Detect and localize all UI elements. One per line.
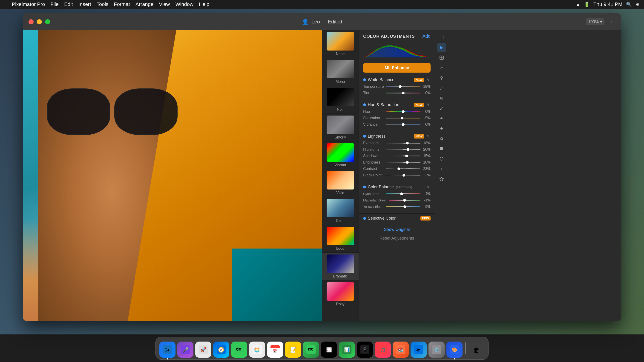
menu-arrange[interactable]: Arrange bbox=[136, 1, 154, 7]
dock-item-iphone[interactable]: 📱 bbox=[357, 342, 373, 358]
dock-item-stocks[interactable]: 📈 bbox=[321, 342, 337, 358]
sparkle-tool-button[interactable] bbox=[437, 124, 446, 133]
saturation-slider[interactable] bbox=[386, 118, 420, 119]
ml-enhance-button[interactable]: ML Enhance bbox=[363, 63, 430, 73]
preset-item-vibrant[interactable]: Vibrant bbox=[322, 142, 358, 169]
reset-adjustments-button[interactable]: Reset Adjustments bbox=[359, 234, 435, 243]
wand-tool-button[interactable] bbox=[437, 63, 446, 72]
dock-item-trash[interactable]: 🗑 bbox=[468, 342, 484, 358]
brush-tool-button[interactable] bbox=[437, 84, 446, 92]
preset-item-loud[interactable]: Loud bbox=[322, 225, 358, 253]
arrow-tool-button[interactable] bbox=[437, 43, 446, 52]
star-tool-button[interactable] bbox=[437, 175, 446, 183]
preset-item-dramatic[interactable]: Dramatic bbox=[322, 253, 358, 280]
preset-item-vivid[interactable]: Vivid bbox=[322, 169, 358, 197]
fill-tool-button[interactable] bbox=[437, 154, 446, 163]
contrast-slider[interactable] bbox=[386, 168, 420, 169]
dock-item-pixelmator[interactable]: 🎨 bbox=[446, 342, 462, 358]
dock-item-calendar[interactable]: 📅 bbox=[267, 342, 283, 358]
eyedrop-tool-button[interactable] bbox=[437, 104, 446, 113]
dock-item-books[interactable]: 📚 bbox=[392, 342, 409, 358]
dock-item-numbers[interactable]: 📊 bbox=[339, 342, 355, 358]
temperature-slider[interactable] bbox=[386, 86, 420, 87]
menu-help[interactable]: Help bbox=[199, 1, 209, 7]
window-minimize-button[interactable] bbox=[37, 19, 42, 24]
stamp-tool-button[interactable] bbox=[437, 94, 446, 102]
preset-item-smoky[interactable]: Smoky bbox=[322, 114, 358, 142]
highlights-slider[interactable] bbox=[386, 149, 420, 150]
dock-item-maps2[interactable]: 🗺 bbox=[303, 342, 319, 358]
lightness-edit-icon[interactable]: ✎ bbox=[426, 134, 430, 139]
white-balance-header[interactable]: White Balance NEW ✎ bbox=[363, 77, 430, 82]
color-balance-edit-icon[interactable]: ✎ bbox=[426, 184, 430, 189]
hue-saturation-header[interactable]: Hue & Saturation NEW ✎ bbox=[363, 102, 430, 107]
cyan-red-thumb bbox=[400, 192, 403, 195]
show-original-button[interactable]: Show Original bbox=[359, 225, 435, 234]
preset-item-calm[interactable]: Calm bbox=[322, 197, 358, 225]
menu-window[interactable]: Window bbox=[176, 1, 194, 7]
right-lens bbox=[114, 88, 178, 135]
menu-file[interactable]: File bbox=[50, 1, 59, 7]
menu-tools[interactable]: Tools bbox=[96, 1, 108, 7]
dock-container: 🗂 🎤 🚀 🧭 🗺 🌅 📅 📝 🗺 📈 📊 bbox=[0, 335, 644, 362]
text-tool-button[interactable]: T bbox=[437, 165, 446, 173]
shadows-slider[interactable] bbox=[386, 156, 420, 157]
brightness-slider[interactable] bbox=[386, 162, 420, 163]
zoom-control[interactable]: 100% ▾ bbox=[586, 18, 604, 25]
white-balance-edit-icon[interactable]: ✎ bbox=[426, 77, 430, 82]
menu-app[interactable]: Pixelmator Pro bbox=[12, 1, 45, 7]
window-maximize-button[interactable] bbox=[45, 19, 50, 24]
brightness-value: 18% bbox=[422, 160, 430, 165]
crop-tool-button[interactable] bbox=[437, 33, 446, 42]
adjustments-scroll-area[interactable]: White Balance NEW ✎ Temperature bbox=[359, 75, 435, 321]
dock-item-appstore[interactable]: 🛍 bbox=[410, 342, 427, 358]
transform-tool-button[interactable] bbox=[437, 53, 446, 62]
apple-logo-icon[interactable]:  bbox=[4, 2, 6, 7]
preset-item-none[interactable]: None bbox=[322, 30, 358, 58]
add-layer-button[interactable]: ＋ bbox=[608, 18, 616, 25]
dock-item-notes[interactable]: 📝 bbox=[285, 342, 301, 358]
gear-tool-button[interactable] bbox=[437, 134, 446, 143]
pin-tool-button[interactable] bbox=[437, 73, 446, 82]
menu-insert[interactable]: Insert bbox=[78, 1, 91, 7]
vibrance-slider[interactable] bbox=[386, 124, 420, 125]
eye-tool-button[interactable] bbox=[437, 114, 446, 123]
svg-marker-24 bbox=[440, 177, 444, 181]
dock-item-maps[interactable]: 🗺 bbox=[231, 342, 247, 358]
magenta-green-slider[interactable] bbox=[389, 200, 420, 201]
canvas-area[interactable] bbox=[23, 30, 322, 321]
vibrance-value: 0% bbox=[422, 122, 430, 127]
hue-slider[interactable] bbox=[386, 111, 420, 112]
dock-item-settings[interactable]: ⚙️ bbox=[428, 342, 444, 358]
menu-view[interactable]: View bbox=[159, 1, 170, 7]
control-center-icon[interactable]: ⊞ bbox=[636, 1, 640, 7]
dock-item-siri[interactable]: 🎤 bbox=[177, 342, 194, 358]
exposure-slider[interactable] bbox=[386, 143, 420, 144]
dock-item-finder[interactable]: 🗂 bbox=[160, 342, 176, 358]
selective-color-header[interactable]: Selective Color NEW bbox=[363, 216, 430, 221]
menu-format[interactable]: Format bbox=[114, 1, 130, 7]
yellow-blue-slider[interactable] bbox=[386, 206, 420, 207]
layers-tool-button[interactable] bbox=[437, 144, 446, 153]
black-point-slider[interactable] bbox=[386, 175, 420, 176]
hue-saturation-edit-icon[interactable]: ✎ bbox=[426, 102, 430, 107]
menu-edit[interactable]: Edit bbox=[64, 1, 73, 7]
add-adjustment-button[interactable]: Add bbox=[422, 33, 430, 39]
hue-saturation-section: Hue & Saturation NEW ✎ Hue 0% bbox=[359, 100, 435, 131]
preset-label-noir: Noir bbox=[337, 108, 344, 112]
dock-item-music[interactable]: 🎵 bbox=[375, 342, 391, 358]
cyan-red-slider[interactable] bbox=[386, 193, 420, 194]
tint-slider[interactable] bbox=[386, 93, 420, 93]
dock-item-photos[interactable]: 🌅 bbox=[249, 342, 265, 358]
preset-item-noir[interactable]: Noir bbox=[322, 86, 358, 114]
preset-item-rosy[interactable]: Rosy bbox=[322, 280, 358, 308]
lightness-header[interactable]: Lightness NEW ✎ bbox=[363, 134, 430, 139]
dock-item-safari[interactable]: 🧭 bbox=[213, 342, 229, 358]
main-content: None Mono Noir bbox=[23, 30, 621, 321]
search-icon[interactable]: 🔍 bbox=[626, 1, 632, 7]
yellow-blue-value: 9% bbox=[422, 205, 430, 209]
preset-item-mono[interactable]: Mono bbox=[322, 58, 358, 86]
window-close-button[interactable] bbox=[28, 19, 34, 24]
color-balance-header[interactable]: Color Balance (Midtones) ✎ bbox=[363, 184, 430, 189]
dock-item-launchpad[interactable]: 🚀 bbox=[195, 342, 211, 358]
